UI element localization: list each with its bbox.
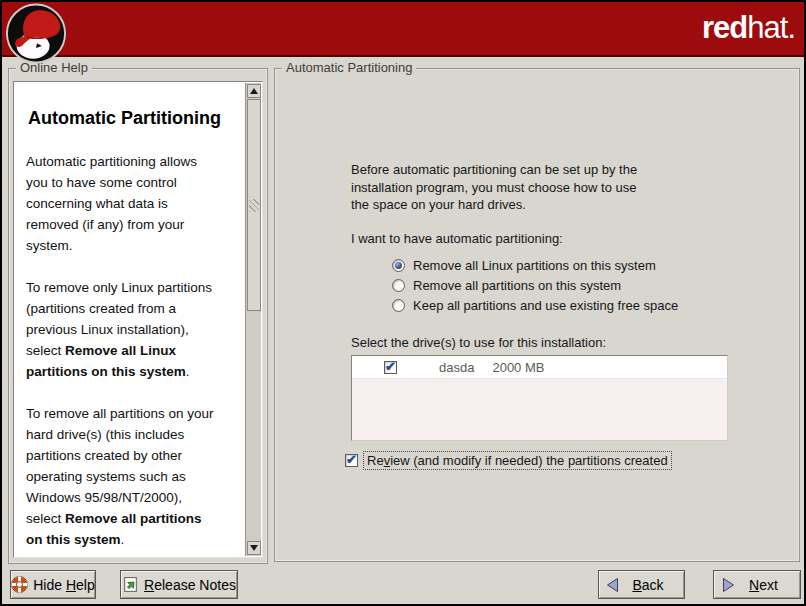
wordmark-light: hat. [747,10,795,45]
scroll-down-button[interactable] [247,541,261,555]
help-paragraph-3: To remove all partitions on your hard dr… [26,403,241,550]
scrollbar-thumb[interactable] [247,99,261,311]
release-notes-label: Release Notes [144,577,236,593]
review-checkbox-label[interactable]: Review (and modify if needed) the partit… [364,452,671,469]
radio-button[interactable] [392,279,405,292]
header-banner: redhat. [2,2,804,57]
thumb-grip-icon [249,199,259,212]
redhat-shadowman-logo-icon [5,2,67,65]
partitioning-prompt: I want to have automatic partitioning: [351,231,563,246]
radio-option-remove-all[interactable]: Remove all partitions on this system [392,277,678,294]
next-arrow-icon [720,577,736,593]
drive-checkbox[interactable] [384,361,397,374]
radio-button[interactable] [392,259,405,272]
radio-option-remove-linux[interactable]: Remove all Linux partitions on this syst… [392,257,678,274]
main-frame-label: Automatic Partitioning [282,60,416,75]
scroll-up-button[interactable] [247,84,261,98]
radio-label[interactable]: Remove all Linux partitions on this syst… [413,258,656,273]
drive-list: dasda 2000 MB [351,355,728,441]
back-label: Back [632,577,663,593]
drive-name: dasda [439,360,474,375]
help-title: Automatic Partitioning [28,108,241,129]
help-paragraph-2: To remove only Linux partitions (partiti… [26,277,241,382]
release-notes-button[interactable]: Release Notes [120,570,238,599]
redhat-wordmark: redhat. [702,10,795,46]
down-arrow-icon [250,545,258,551]
wordmark-bold: red [702,10,747,45]
help-text-area: Automatic Partitioning Automatic partiti… [14,82,245,557]
back-arrow-icon [605,577,621,593]
help-content-box: Automatic Partitioning Automatic partiti… [13,81,263,558]
help-paragraph-1: Automatic partitioning allows you to hav… [26,151,241,256]
partitioning-radio-group: Remove all Linux partitions on this syst… [392,257,678,317]
automatic-partitioning-panel: Automatic Partitioning Before automatic … [274,68,800,562]
hide-help-button[interactable]: Hide Help [10,570,96,599]
hide-help-label: Hide Help [33,577,95,593]
radio-button[interactable] [392,299,405,312]
review-checkbox[interactable] [345,454,358,467]
installer-window: redhat. Online Help Automatic Partitioni… [0,0,806,606]
radio-option-keep-all[interactable]: Keep all partitions and use existing fre… [392,297,678,314]
online-help-panel: Online Help Automatic Partitioning Autom… [8,68,268,564]
radio-label[interactable]: Keep all partitions and use existing fre… [413,298,678,313]
release-notes-icon [122,576,139,593]
lifebuoy-icon [11,576,28,593]
up-arrow-icon [250,88,258,94]
next-button[interactable]: Next [713,570,801,599]
drive-select-label: Select the drive(s) to use for this inst… [351,335,606,350]
review-partitions-row[interactable]: Review (and modify if needed) the partit… [345,452,671,469]
intro-text: Before automatic partitioning can be set… [351,161,637,214]
radio-label[interactable]: Remove all partitions on this system [413,278,621,293]
drive-row-dasda[interactable]: dasda 2000 MB [352,356,727,379]
help-scrollbar[interactable] [245,83,261,556]
next-label: Next [749,577,778,593]
back-button[interactable]: Back [598,570,685,599]
drive-size: 2000 MB [492,360,544,375]
